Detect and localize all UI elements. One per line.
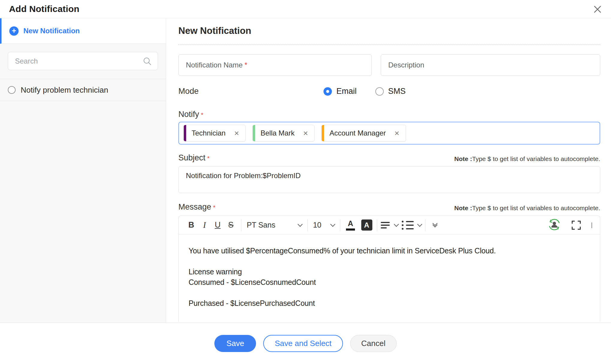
- save-and-select-button[interactable]: Save and Select: [263, 335, 343, 352]
- radio-selected-icon: [323, 87, 332, 96]
- font-color-button[interactable]: A: [344, 219, 357, 232]
- bold-button[interactable]: B: [185, 219, 198, 232]
- new-notification-form: New Notification Notification Name * Des…: [166, 18, 611, 323]
- search-icon: [143, 57, 151, 67]
- close-button[interactable]: [592, 4, 603, 15]
- tag-color-bar: [322, 125, 324, 141]
- mode-option-email-label: Email: [336, 87, 357, 96]
- save-button[interactable]: Save: [214, 335, 256, 352]
- message-body-input[interactable]: You have utilised $PercentageConsumed% o…: [179, 234, 600, 309]
- italic-button[interactable]: I: [198, 219, 211, 232]
- editor-toolbar: B I U S PT Sans 10 A A: [179, 216, 600, 234]
- chevron-down-icon: [330, 222, 335, 227]
- notification-name-field[interactable]: Notification Name *: [178, 54, 372, 76]
- underline-button[interactable]: U: [211, 219, 224, 232]
- color-swatch: [346, 228, 355, 231]
- message-line: Consumed - $LicenseCosnumedCount: [189, 277, 591, 288]
- mode-label: Mode: [178, 87, 323, 96]
- remove-tag-icon[interactable]: ✕: [303, 130, 308, 136]
- radio-unselected-icon: [375, 87, 384, 96]
- subject-label: Subject*: [178, 153, 210, 163]
- dialog-header: Add Notification: [0, 0, 611, 18]
- dialog-title: Add Notification: [9, 4, 79, 14]
- font-family-dropdown[interactable]: PT Sans: [245, 221, 304, 229]
- remove-tag-icon[interactable]: ✕: [234, 130, 239, 136]
- chevron-down-icon: [298, 222, 303, 227]
- notify-tag: Bella Mark✕: [252, 125, 314, 142]
- align-dropdown[interactable]: [381, 219, 398, 232]
- chevron-down-icon: [417, 222, 422, 227]
- mode-option-sms[interactable]: SMS: [375, 87, 406, 96]
- list-item[interactable]: Notify problem technician: [0, 79, 166, 101]
- toolbar-separator: [377, 219, 377, 231]
- plus-icon: +: [9, 26, 19, 36]
- description-field[interactable]: Description: [381, 54, 600, 76]
- notify-tag: Account Manager✕: [321, 125, 406, 142]
- search-input[interactable]: [8, 52, 158, 70]
- insert-signature-button[interactable]: [548, 218, 561, 232]
- notification-list: Notify problem technician: [0, 79, 166, 101]
- list-dropdown[interactable]: [402, 219, 422, 232]
- highlight-icon: A: [361, 219, 372, 231]
- message-label: Message*: [178, 202, 216, 212]
- remove-tag-icon[interactable]: ✕: [394, 130, 400, 136]
- message-line: Purchased - $LicensePurchasedCount: [189, 298, 591, 309]
- chevron-down-icon: [394, 222, 399, 227]
- tag-color-bar: [253, 125, 255, 141]
- font-size-dropdown[interactable]: 10: [311, 221, 336, 229]
- form-title: New Notification: [178, 25, 600, 36]
- toolbar-separator: [307, 219, 308, 231]
- collapse-toolbar-button[interactable]: [592, 222, 592, 228]
- align-left-icon: [381, 222, 390, 228]
- description-placeholder: Description: [388, 61, 424, 69]
- notify-tag: Technician✕: [183, 125, 246, 142]
- message-rich-text-editor: B I U S PT Sans 10 A A: [178, 216, 600, 322]
- search-container: [0, 44, 166, 79]
- dotted-divider: [178, 44, 600, 45]
- user-sync-icon: [548, 218, 561, 231]
- notify-label: Notify*: [178, 110, 600, 119]
- subject-note: Note :Type $ to get list of variables to…: [454, 155, 600, 163]
- add-notification-dialog: Add Notification + New Notification Noti…: [0, 0, 611, 364]
- close-icon: [593, 5, 602, 14]
- toolbar-separator: [241, 219, 241, 231]
- bullet-list-icon: [402, 221, 414, 230]
- strikethrough-button[interactable]: S: [224, 219, 237, 232]
- required-marker: *: [207, 155, 210, 162]
- message-line: [189, 256, 591, 267]
- mode-option-sms-label: SMS: [388, 87, 406, 96]
- toolbar-separator: [340, 219, 340, 231]
- dialog-footer: Save Save and Select Cancel: [0, 323, 611, 364]
- message-note: Note :Type $ to get list of variables to…: [454, 204, 600, 212]
- message-line: [189, 288, 591, 298]
- message-line: License warning: [189, 267, 591, 277]
- notify-recipients-field[interactable]: Technician✕Bella Mark✕Account Manager✕: [178, 122, 600, 145]
- mode-option-email[interactable]: Email: [323, 87, 357, 96]
- required-marker: *: [244, 61, 247, 69]
- required-marker: *: [213, 204, 216, 211]
- more-tools-button[interactable]: [433, 224, 437, 227]
- new-notification-label: New Notification: [23, 27, 80, 35]
- list-item-label: Notify problem technician: [21, 85, 108, 95]
- notification-name-placeholder: Notification Name: [186, 61, 243, 69]
- toolbar-separator: [425, 219, 425, 231]
- cancel-button[interactable]: Cancel: [350, 335, 397, 352]
- notification-list-sidebar: + New Notification Notify problem techni…: [0, 18, 166, 323]
- tag-color-bar: [184, 125, 186, 141]
- tag-label: Technician: [192, 129, 225, 137]
- required-marker: *: [201, 111, 203, 118]
- tag-label: Bella Mark: [261, 129, 294, 137]
- tag-label: Account Manager: [329, 129, 386, 137]
- subject-input[interactable]: Notification for Problem:$ProblemID: [178, 166, 600, 193]
- highlight-color-button[interactable]: A: [360, 219, 373, 232]
- message-line: You have utilised $PercentageConsumed% o…: [189, 246, 591, 256]
- fullscreen-button[interactable]: [572, 221, 581, 230]
- radio-unselected-icon[interactable]: [8, 86, 16, 94]
- new-notification-button[interactable]: + New Notification: [0, 18, 166, 44]
